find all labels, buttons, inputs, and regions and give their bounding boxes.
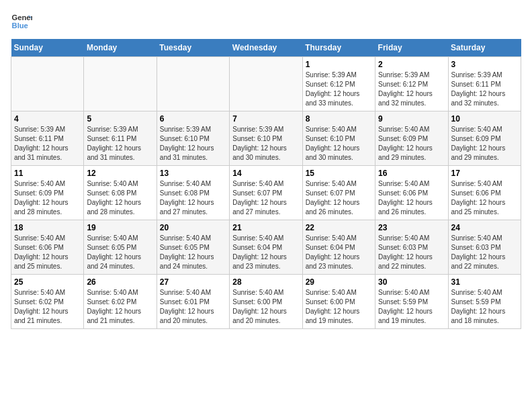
day-number: 5	[87, 114, 153, 124]
day-number: 31	[451, 277, 518, 287]
day-info: Sunrise: 5:39 AM Sunset: 6:12 PM Dayligh…	[306, 71, 372, 108]
day-info: Sunrise: 5:40 AM Sunset: 6:08 PM Dayligh…	[87, 179, 153, 217]
day-info: Sunrise: 5:40 AM Sunset: 6:00 PM Dayligh…	[232, 288, 299, 326]
day-number: 20	[160, 223, 226, 232]
day-info: Sunrise: 5:39 AM Sunset: 6:11 PM Dayligh…	[451, 71, 518, 108]
day-number: 30	[378, 277, 445, 287]
calendar-cell: 2Sunrise: 5:39 AM Sunset: 6:12 PM Daylig…	[375, 57, 448, 111]
day-number: 14	[232, 169, 299, 178]
calendar-cell: 30Sunrise: 5:40 AM Sunset: 5:59 PM Dayli…	[375, 275, 448, 329]
day-number: 9	[378, 114, 445, 124]
calendar-cell: 12Sunrise: 5:40 AM Sunset: 6:08 PM Dayli…	[84, 166, 157, 220]
calendar-cell: 5Sunrise: 5:39 AM Sunset: 6:11 PM Daylig…	[84, 111, 157, 166]
day-header-thursday: Thursday	[302, 39, 375, 57]
day-info: Sunrise: 5:39 AM Sunset: 6:11 PM Dayligh…	[87, 125, 153, 163]
day-info: Sunrise: 5:39 AM Sunset: 6:11 PM Dayligh…	[14, 125, 81, 163]
week-row-2: 11Sunrise: 5:40 AM Sunset: 6:09 PM Dayli…	[11, 166, 521, 220]
calendar-cell: 8Sunrise: 5:40 AM Sunset: 6:10 PM Daylig…	[302, 111, 375, 166]
day-header-wednesday: Wednesday	[230, 39, 302, 57]
day-number: 10	[451, 114, 518, 124]
day-header-row: SundayMondayTuesdayWednesdayThursdayFrid…	[11, 39, 521, 57]
week-row-0: 1Sunrise: 5:39 AM Sunset: 6:12 PM Daylig…	[11, 57, 521, 111]
calendar-cell: 7Sunrise: 5:39 AM Sunset: 6:10 PM Daylig…	[230, 111, 302, 166]
day-info: Sunrise: 5:40 AM Sunset: 6:07 PM Dayligh…	[306, 179, 372, 217]
day-info: Sunrise: 5:39 AM Sunset: 6:10 PM Dayligh…	[232, 125, 299, 163]
day-info: Sunrise: 5:40 AM Sunset: 6:04 PM Dayligh…	[306, 234, 372, 271]
calendar-cell: 6Sunrise: 5:39 AM Sunset: 6:10 PM Daylig…	[157, 111, 229, 166]
day-number: 26	[87, 277, 153, 287]
day-number: 21	[232, 223, 299, 232]
day-number: 16	[378, 169, 445, 178]
day-header-tuesday: Tuesday	[157, 39, 229, 57]
logo-icon: General Blue	[11, 11, 32, 32]
day-header-monday: Monday	[84, 39, 157, 57]
calendar-cell: 21Sunrise: 5:40 AM Sunset: 6:04 PM Dayli…	[230, 220, 302, 275]
day-info: Sunrise: 5:40 AM Sunset: 6:02 PM Dayligh…	[14, 288, 81, 326]
calendar-cell: 29Sunrise: 5:40 AM Sunset: 6:00 PM Dayli…	[302, 275, 375, 329]
calendar-cell	[84, 57, 157, 111]
calendar-cell: 20Sunrise: 5:40 AM Sunset: 6:05 PM Dayli…	[157, 220, 229, 275]
day-number: 12	[87, 169, 153, 178]
calendar-cell: 1Sunrise: 5:39 AM Sunset: 6:12 PM Daylig…	[302, 57, 375, 111]
calendar-cell: 27Sunrise: 5:40 AM Sunset: 6:01 PM Dayli…	[157, 275, 229, 329]
week-row-1: 4Sunrise: 5:39 AM Sunset: 6:11 PM Daylig…	[11, 111, 521, 166]
day-info: Sunrise: 5:40 AM Sunset: 5:59 PM Dayligh…	[378, 288, 445, 326]
day-info: Sunrise: 5:40 AM Sunset: 5:59 PM Dayligh…	[451, 288, 518, 326]
calendar-cell: 19Sunrise: 5:40 AM Sunset: 6:05 PM Dayli…	[84, 220, 157, 275]
day-info: Sunrise: 5:40 AM Sunset: 6:05 PM Dayligh…	[160, 234, 226, 271]
day-number: 6	[160, 114, 226, 124]
week-row-3: 18Sunrise: 5:40 AM Sunset: 6:06 PM Dayli…	[11, 220, 521, 275]
day-number: 23	[378, 223, 445, 232]
calendar-cell: 24Sunrise: 5:40 AM Sunset: 6:03 PM Dayli…	[448, 220, 521, 275]
day-number: 7	[232, 114, 299, 124]
day-info: Sunrise: 5:40 AM Sunset: 6:08 PM Dayligh…	[160, 179, 226, 217]
day-number: 13	[160, 169, 226, 178]
calendar-cell: 31Sunrise: 5:40 AM Sunset: 5:59 PM Dayli…	[448, 275, 521, 329]
day-number: 24	[451, 223, 518, 232]
week-row-4: 25Sunrise: 5:40 AM Sunset: 6:02 PM Dayli…	[11, 275, 521, 329]
day-number: 19	[87, 223, 153, 232]
day-info: Sunrise: 5:40 AM Sunset: 6:05 PM Dayligh…	[87, 234, 153, 271]
calendar-cell: 11Sunrise: 5:40 AM Sunset: 6:09 PM Dayli…	[11, 166, 84, 220]
day-info: Sunrise: 5:40 AM Sunset: 6:06 PM Dayligh…	[14, 234, 81, 271]
calendar-cell	[230, 57, 302, 111]
calendar-cell: 23Sunrise: 5:40 AM Sunset: 6:03 PM Dayli…	[375, 220, 448, 275]
day-info: Sunrise: 5:40 AM Sunset: 6:09 PM Dayligh…	[14, 179, 81, 217]
day-number: 4	[14, 114, 81, 124]
calendar-cell: 9Sunrise: 5:40 AM Sunset: 6:09 PM Daylig…	[375, 111, 448, 166]
day-number: 11	[14, 169, 81, 178]
day-header-friday: Friday	[375, 39, 448, 57]
day-number: 22	[306, 223, 372, 232]
day-number: 18	[14, 223, 81, 232]
day-number: 17	[451, 169, 518, 178]
day-info: Sunrise: 5:40 AM Sunset: 6:07 PM Dayligh…	[232, 179, 299, 217]
calendar-cell	[11, 57, 84, 111]
calendar-table: SundayMondayTuesdayWednesdayThursdayFrid…	[11, 39, 521, 329]
day-info: Sunrise: 5:39 AM Sunset: 6:10 PM Dayligh…	[160, 125, 226, 163]
calendar-cell: 10Sunrise: 5:40 AM Sunset: 6:09 PM Dayli…	[448, 111, 521, 166]
day-info: Sunrise: 5:40 AM Sunset: 6:03 PM Dayligh…	[451, 234, 518, 271]
calendar-cell: 3Sunrise: 5:39 AM Sunset: 6:11 PM Daylig…	[448, 57, 521, 111]
calendar-cell: 26Sunrise: 5:40 AM Sunset: 6:02 PM Dayli…	[84, 275, 157, 329]
day-number: 8	[306, 114, 372, 124]
day-info: Sunrise: 5:40 AM Sunset: 6:06 PM Dayligh…	[451, 179, 518, 217]
day-number: 25	[14, 277, 81, 287]
calendar-cell: 13Sunrise: 5:40 AM Sunset: 6:08 PM Dayli…	[157, 166, 229, 220]
day-number: 1	[306, 60, 372, 69]
calendar-cell: 16Sunrise: 5:40 AM Sunset: 6:06 PM Dayli…	[375, 166, 448, 220]
day-number: 29	[306, 277, 372, 287]
day-info: Sunrise: 5:40 AM Sunset: 6:00 PM Dayligh…	[306, 288, 372, 326]
day-info: Sunrise: 5:40 AM Sunset: 6:06 PM Dayligh…	[378, 179, 445, 217]
calendar-cell: 22Sunrise: 5:40 AM Sunset: 6:04 PM Dayli…	[302, 220, 375, 275]
calendar-cell	[157, 57, 229, 111]
svg-text:Blue: Blue	[12, 21, 28, 30]
day-header-sunday: Sunday	[11, 39, 84, 57]
logo: General Blue	[11, 11, 32, 32]
calendar-cell: 25Sunrise: 5:40 AM Sunset: 6:02 PM Dayli…	[11, 275, 84, 329]
day-number: 15	[306, 169, 372, 178]
day-info: Sunrise: 5:40 AM Sunset: 6:09 PM Dayligh…	[378, 125, 445, 163]
calendar-cell: 18Sunrise: 5:40 AM Sunset: 6:06 PM Dayli…	[11, 220, 84, 275]
page-header: General Blue	[11, 11, 521, 32]
day-info: Sunrise: 5:40 AM Sunset: 6:02 PM Dayligh…	[87, 288, 153, 326]
calendar-cell: 17Sunrise: 5:40 AM Sunset: 6:06 PM Dayli…	[448, 166, 521, 220]
